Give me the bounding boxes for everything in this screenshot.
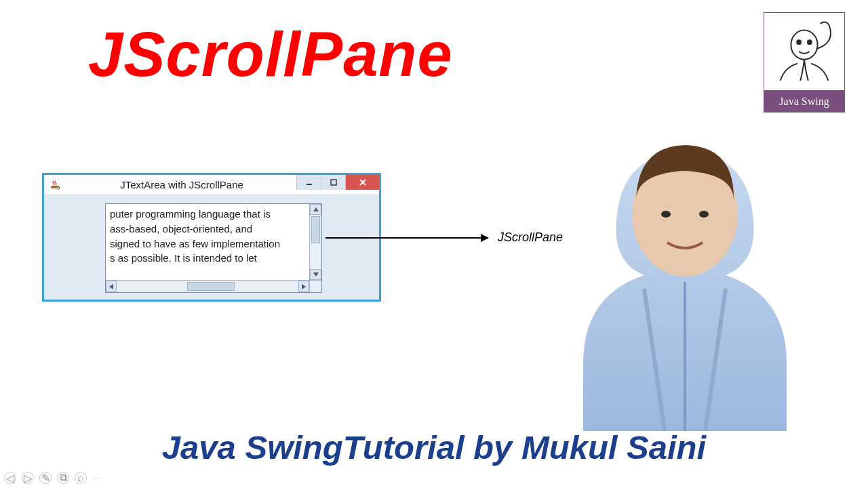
text-line: s as possible. It is intended to let bbox=[110, 251, 305, 266]
minimize-button[interactable] bbox=[296, 175, 321, 190]
textarea-viewport[interactable]: puter programming language that is ass-b… bbox=[106, 204, 309, 280]
jscrollpane: puter programming language that is ass-b… bbox=[105, 203, 322, 293]
zoom-icon: ⌕ bbox=[77, 472, 84, 484]
java-cup-icon bbox=[50, 180, 60, 190]
text-line: signed to have as few implementation bbox=[110, 237, 305, 251]
more-icon: ··· bbox=[92, 473, 103, 483]
slide-root: JScrollPane Java Swing bbox=[0, 0, 868, 488]
copy-button[interactable]: ⧉ bbox=[57, 472, 69, 484]
svg-rect-4 bbox=[331, 180, 336, 185]
monkey-icon bbox=[771, 17, 837, 90]
window-body: puter programming language that is ass-b… bbox=[44, 195, 379, 300]
zoom-button[interactable]: ⌕ bbox=[75, 472, 87, 484]
pen-button[interactable]: ✎ bbox=[39, 472, 52, 484]
horizontal-scrollbar-thumb[interactable] bbox=[187, 282, 235, 291]
svg-point-2 bbox=[808, 40, 812, 44]
horizontal-scrollbar[interactable] bbox=[106, 280, 309, 292]
presenter-photo bbox=[542, 92, 827, 431]
scroll-up-arrow-icon[interactable] bbox=[310, 204, 321, 215]
svg-point-7 bbox=[699, 211, 709, 218]
text-line: ass-based, object-oriented, and bbox=[110, 222, 305, 237]
maximize-button[interactable] bbox=[321, 175, 345, 190]
close-button[interactable] bbox=[345, 175, 379, 190]
footer-text: Java SwingTutorial by Mukul Saini bbox=[0, 428, 868, 466]
chevron-left-icon: ◁ bbox=[6, 472, 14, 485]
slide-nav: ◁ ▷ ✎ ⧉ ⌕ ··· bbox=[4, 472, 103, 484]
slide-title: JScrollPane bbox=[88, 19, 453, 90]
next-slide-button[interactable]: ▷ bbox=[22, 472, 34, 484]
scrollbar-corner bbox=[309, 280, 321, 292]
scroll-down-arrow-icon[interactable] bbox=[310, 269, 321, 280]
window-controls bbox=[296, 175, 379, 191]
svg-point-6 bbox=[661, 211, 671, 218]
copy-icon: ⧉ bbox=[60, 472, 67, 484]
svg-point-0 bbox=[791, 30, 817, 60]
vertical-scrollbar-thumb[interactable] bbox=[311, 216, 320, 243]
svg-rect-3 bbox=[307, 184, 312, 185]
more-button[interactable]: ··· bbox=[92, 472, 103, 484]
pen-icon: ✎ bbox=[41, 472, 50, 485]
vertical-scrollbar[interactable] bbox=[309, 204, 321, 280]
textarea-content[interactable]: puter programming language that is ass-b… bbox=[110, 207, 305, 266]
scroll-left-arrow-icon[interactable] bbox=[106, 281, 117, 292]
annotation-arrow bbox=[326, 237, 488, 239]
scroll-right-arrow-icon[interactable] bbox=[298, 281, 309, 292]
chevron-right-icon: ▷ bbox=[24, 472, 32, 485]
text-line: puter programming language that is bbox=[110, 207, 305, 222]
svg-point-1 bbox=[797, 40, 801, 44]
prev-slide-button[interactable]: ◁ bbox=[4, 472, 16, 484]
window-titlebar[interactable]: JTextArea with JScrollPane bbox=[44, 175, 379, 195]
